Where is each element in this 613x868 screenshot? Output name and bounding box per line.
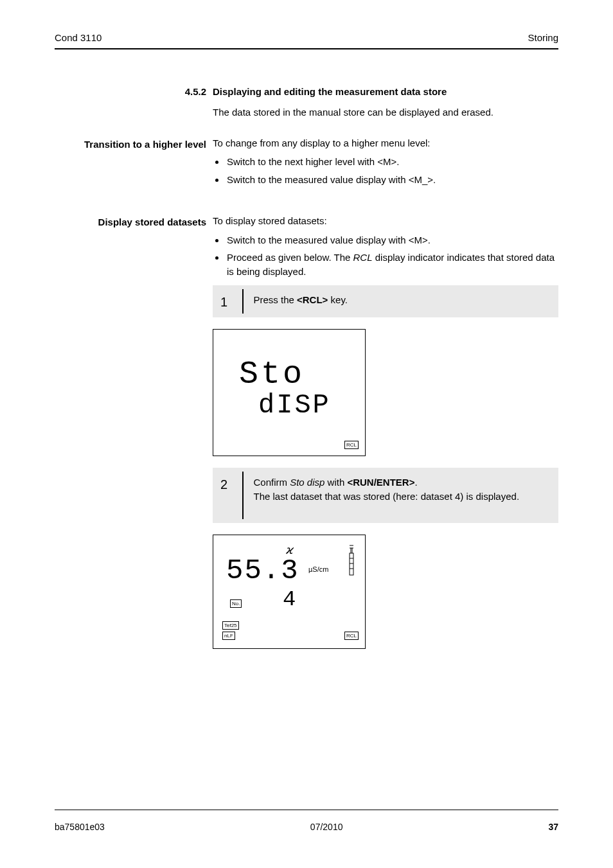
- display-stored-bullet-1: Switch to the measured value display wit…: [226, 233, 558, 247]
- transition-bullet-2: Switch to the measured value display wit…: [226, 173, 558, 187]
- section-intro: The data stored in the manual store can …: [213, 105, 558, 120]
- lcd2-rcl-indicator: RCL: [344, 632, 359, 640]
- transition-bullet-1: Switch to the next higher level with <M>…: [226, 155, 558, 169]
- transition-bullets: Switch to the next higher level with <M>…: [213, 155, 558, 187]
- bullet2-rcl: RCL: [353, 252, 373, 263]
- transition-block: Transition to a higher level To change f…: [55, 136, 558, 191]
- display-stored-bullets: Switch to the measured value display wit…: [213, 233, 558, 279]
- display-stored-intro: To display stored datasets:: [213, 214, 558, 228]
- step-2-number: 2: [213, 468, 242, 523]
- display-stored-bullet-2: Proceed as given below. The RCL display …: [226, 251, 558, 279]
- step-2: 2 Confirm Sto disp with <RUN/ENTER>. The…: [213, 468, 558, 523]
- transition-label: Transition to a higher level: [55, 136, 213, 152]
- lcd2-unit: µS/cm: [308, 565, 328, 575]
- footer-docid: ba75801e03: [55, 822, 105, 832]
- lcd1-line2: dISP: [258, 386, 331, 425]
- footer-rule: [55, 810, 558, 810]
- lcd2-dataset-number: 4: [283, 584, 297, 616]
- header-rule: [55, 48, 558, 49]
- step-1: 1 Press the <RCL> key.: [213, 285, 558, 317]
- step-1-text: Press the <RCL> key.: [244, 285, 357, 317]
- section-intro-row: The data stored in the manual store can …: [55, 100, 558, 125]
- step-1-number: 1: [213, 285, 242, 317]
- lcd2-nlf-tag: nLF: [222, 632, 235, 640]
- lcd1-rcl-indicator: RCL: [344, 441, 359, 449]
- display-stored-block: Display stored datasets To display store…: [55, 214, 558, 660]
- section-number: 4.5.2: [55, 85, 213, 99]
- header-section: Storing: [528, 32, 558, 43]
- transition-intro: To change from any display to a higher m…: [213, 136, 558, 150]
- svg-rect-0: [350, 553, 353, 575]
- lcd-display-1: Sto dISP RCL: [213, 329, 366, 456]
- section-title: Displaying and editing the measurement d…: [213, 85, 558, 99]
- bullet2-prefix: Proceed as given below. The: [227, 252, 353, 263]
- footer-page-number: 37: [548, 822, 558, 832]
- section-heading-row: 4.5.2 Displaying and editing the measure…: [55, 85, 558, 99]
- lcd-display-2: ϰ 55.3 µS/cm 4 No. Tef25 nLF RCL: [213, 535, 366, 649]
- lcd2-no-tag: No.: [230, 599, 242, 608]
- page-footer: ba75801e03 07/2010 37: [55, 822, 558, 832]
- step-2-text: Confirm Sto disp with <RUN/ENTER>. The l…: [244, 468, 529, 523]
- footer-date: 07/2010: [310, 822, 343, 832]
- header-device: Cond 3110: [55, 32, 102, 43]
- lcd2-tef-tag: Tef25: [222, 621, 239, 630]
- probe-icon: [347, 544, 356, 578]
- display-stored-label: Display stored datasets: [55, 214, 213, 229]
